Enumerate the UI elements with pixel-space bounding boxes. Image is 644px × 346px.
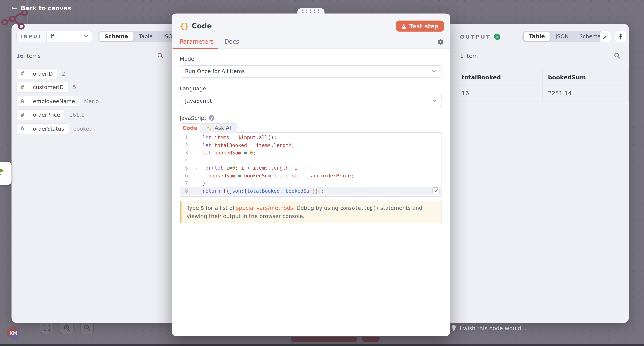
code-line[interactable]: 4 xyxy=(180,157,442,164)
string-type-icon: A xyxy=(17,96,28,106)
zoom-out-button[interactable] xyxy=(80,321,94,334)
output-tab-table[interactable]: Table xyxy=(524,32,550,41)
parameters-body: Mode Run Once for All Items Language Jav… xyxy=(172,49,450,224)
schema-field-value: 161.1 xyxy=(69,112,84,118)
pencil-icon xyxy=(602,34,608,39)
output-tab-json[interactable]: JSON xyxy=(550,32,574,41)
code-line[interactable]: 1let items = $input.all(); xyxy=(180,134,442,142)
node-detail-modal: {} Code Test step Parameters Docs xyxy=(172,14,450,336)
zoom-in-icon xyxy=(64,324,70,331)
screen: ← Back to canvas KM xyxy=(0,0,644,346)
schema-field-value: 2 xyxy=(62,70,65,77)
output-panel-header: OUTPUT ✓ xyxy=(460,34,500,40)
code-line[interactable]: 3let bookedSum = 0; xyxy=(180,149,442,157)
schema-field-value: Mario xyxy=(84,98,99,104)
editor-tab-code[interactable]: Code xyxy=(180,123,200,132)
input-schema-list: #orderID2#customerID5AemployeeNameMario#… xyxy=(16,68,165,137)
tab-docs[interactable]: Docs xyxy=(224,38,239,44)
search-icon[interactable] xyxy=(614,52,620,59)
schema-field-pill[interactable]: AemployeeName xyxy=(16,96,80,107)
node-settings-gear-icon[interactable] xyxy=(438,39,444,45)
code-line[interactable]: 5∨for(let i=0; i < items.length; i++) { xyxy=(180,164,442,172)
schema-item[interactable]: AemployeeNameMario xyxy=(16,96,165,107)
node-title[interactable]: Code xyxy=(192,22,212,30)
code-line[interactable]: 7} xyxy=(180,180,442,187)
mode-select[interactable]: Run Once for All Items xyxy=(180,65,442,77)
schema-field-pill[interactable]: #orderPrice xyxy=(16,109,65,120)
input-panel-label: INPUT xyxy=(17,31,47,42)
editor-tabs: Code Ask AI xyxy=(180,123,442,132)
search-icon[interactable] xyxy=(157,52,163,59)
schema-field-name: customerID xyxy=(28,82,68,92)
code-text: for(let i=0; i < items.length; i++) { xyxy=(200,164,312,172)
ask-ai-label: Ask AI xyxy=(215,125,231,131)
code-text: let bookedSum = 0; xyxy=(200,149,256,157)
output-table[interactable]: totalBookedbookedSum 162251.14 xyxy=(456,69,629,101)
editor-label: JavaScript xyxy=(180,115,206,121)
expand-editor-button[interactable] xyxy=(432,187,440,194)
pin-data-button[interactable] xyxy=(615,31,626,42)
line-number: 1 xyxy=(180,134,200,142)
pin-icon xyxy=(618,33,623,40)
canvas-bottom-strip xyxy=(0,344,644,346)
dimmed-canvas-button xyxy=(362,337,380,342)
output-panel-label: OUTPUT xyxy=(460,34,491,40)
node-feedback-label: I wish this node would... xyxy=(460,325,526,331)
editor-tab-ask-ai[interactable]: Ask AI xyxy=(200,123,237,132)
code-editor[interactable]: 1let items = $input.all();2let totalBook… xyxy=(180,132,442,196)
code-text xyxy=(200,157,202,164)
schema-item[interactable]: #orderID2 xyxy=(16,68,165,79)
language-select[interactable]: JavaScript xyxy=(180,94,442,107)
user-avatar[interactable]: KM xyxy=(7,327,20,340)
code-editor-lines: 1let items = $input.all();2let totalBook… xyxy=(180,134,442,194)
zoom-to-fit-button[interactable] xyxy=(40,321,54,334)
chevron-down-icon xyxy=(432,70,436,72)
language-field: Language JavaScript xyxy=(180,85,442,107)
output-panel: OUTPUT ✓ Table JSON Schema 1 item totalB… xyxy=(450,24,629,323)
number-type-icon: # xyxy=(17,68,28,79)
schema-item[interactable]: #customerID5 xyxy=(16,82,165,93)
schema-item[interactable]: AorderStatusbooked xyxy=(16,123,165,134)
mode-value: Run Once for All Items xyxy=(185,68,245,74)
schema-field-pill[interactable]: #orderID xyxy=(16,68,58,79)
schema-field-value: booked xyxy=(73,126,92,132)
active-tab-underline xyxy=(172,48,217,49)
schema-field-name: employeeName xyxy=(28,96,80,106)
modal-drag-handle[interactable] xyxy=(297,8,324,14)
if-node-icon xyxy=(0,166,7,180)
code-node-icon: {} xyxy=(180,21,188,30)
special-vars-link[interactable]: special vars/methods xyxy=(236,205,293,211)
back-to-canvas-label: Back to canvas xyxy=(21,5,71,12)
input-tab-schema[interactable]: Schema xyxy=(99,32,133,41)
tab-parameters[interactable]: Parameters xyxy=(180,38,214,44)
if-node-partial[interactable] xyxy=(0,162,12,185)
output-table-row[interactable]: 162251.14 xyxy=(456,85,629,101)
code-line[interactable]: 2let totalBooked = items.length; xyxy=(180,142,442,149)
line-number: 8 xyxy=(180,187,200,195)
input-source-select[interactable]: INPUT If xyxy=(16,31,92,42)
test-step-button[interactable]: Test step xyxy=(396,20,444,32)
zoom-in-button[interactable] xyxy=(60,321,74,334)
input-source-value: If xyxy=(50,34,54,40)
schema-field-pill[interactable]: #customerID xyxy=(16,82,68,93)
output-items-count: 1 item xyxy=(460,52,478,59)
number-type-icon: # xyxy=(17,82,28,92)
help-icon[interactable]: ? xyxy=(209,115,214,120)
code-text: return [{json:{totalBooked, bookedSum}}]… xyxy=(200,187,324,195)
edit-output-button[interactable] xyxy=(600,31,611,42)
input-panel: INPUT If Schema Table JSON 16 items #ord… xyxy=(11,24,172,323)
code-line[interactable]: 8return [{json:{totalBooked, bookedSum}}… xyxy=(180,187,442,195)
fold-chevron-icon[interactable]: ∨ xyxy=(196,164,198,172)
input-tab-table[interactable]: Table xyxy=(134,32,158,41)
console-log-code: console.log() xyxy=(340,205,379,211)
back-to-canvas-button[interactable]: ← Back to canvas xyxy=(12,5,71,12)
code-text: bookedSum = bookedSum + items[i].json.or… xyxy=(200,172,354,180)
line-number: 2 xyxy=(180,142,200,149)
code-line[interactable]: 6 bookedSum = bookedSum + items[i].json.… xyxy=(180,172,442,180)
output-table-cell: 2251.14 xyxy=(542,85,628,101)
schema-field-name: orderStatus xyxy=(28,124,68,134)
node-feedback-prompt[interactable]: I wish this node would... xyxy=(451,324,526,332)
schema-field-pill[interactable]: AorderStatus xyxy=(16,123,69,134)
hint-text: Type $ for a list of xyxy=(187,205,236,211)
schema-item[interactable]: #orderPrice161.1 xyxy=(16,109,165,120)
